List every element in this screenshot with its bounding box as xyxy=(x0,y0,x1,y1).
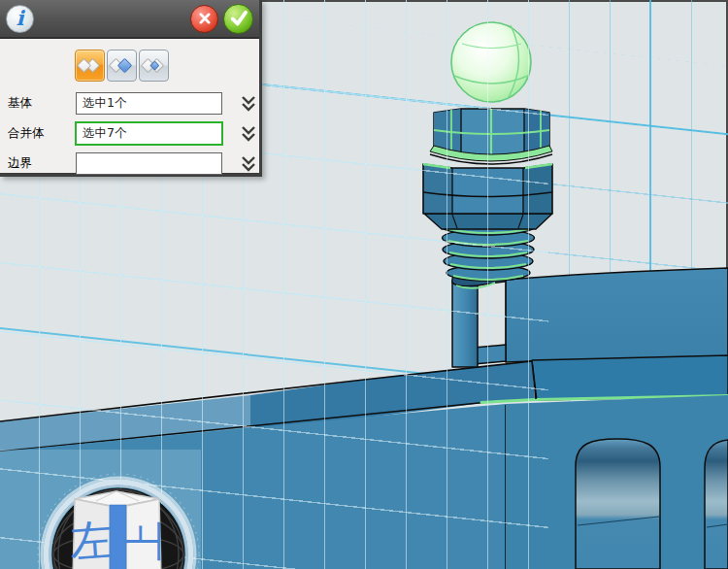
view-cube[interactable]: 左 上 xyxy=(68,491,167,569)
boundary-field[interactable] xyxy=(76,152,222,175)
cancel-button[interactable] xyxy=(190,5,218,33)
close-icon xyxy=(194,8,215,29)
merge-body-field[interactable]: 选中7个 xyxy=(75,121,223,146)
dialog-titlebar: i xyxy=(0,0,259,39)
base-body-field[interactable]: 选中1个 xyxy=(76,92,222,115)
field-row-base: 基体 选中1个 xyxy=(0,88,259,118)
base-body-label: 基体 xyxy=(8,95,76,112)
double-chevron-down-icon[interactable] xyxy=(239,93,258,115)
boolean-mode-toolbar xyxy=(0,39,259,82)
field-row-boundary: 边界 xyxy=(0,149,259,179)
confirm-button[interactable] xyxy=(223,4,253,34)
boolean-subtract-button[interactable] xyxy=(107,50,137,82)
view-cube-left-label: 左 xyxy=(68,515,114,567)
field-row-merge: 合并体 选中7个 xyxy=(0,118,259,149)
cad-window: 左 上 i xyxy=(0,0,728,569)
info-icon[interactable]: i xyxy=(6,5,34,33)
boundary-label: 边界 xyxy=(8,155,76,172)
check-icon xyxy=(226,6,251,31)
merge-body-label: 合并体 xyxy=(8,125,76,142)
boolean-intersect-button[interactable] xyxy=(139,50,169,82)
boolean-add-button[interactable] xyxy=(75,50,105,82)
view-cube-right-label: 上 xyxy=(120,520,168,561)
double-chevron-down-icon[interactable] xyxy=(239,153,258,175)
boolean-operation-dialog: i xyxy=(0,0,262,177)
double-chevron-down-icon[interactable] xyxy=(239,123,258,145)
